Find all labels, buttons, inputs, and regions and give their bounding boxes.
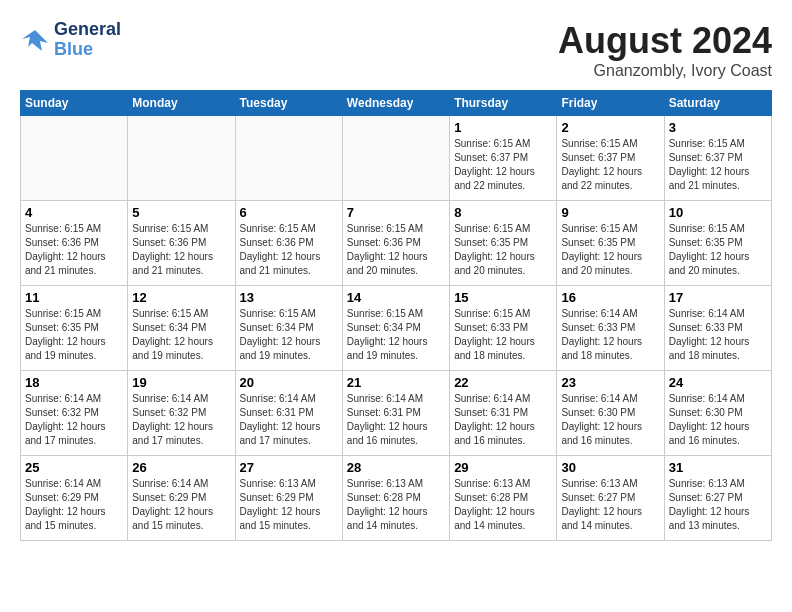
day-info: Sunrise: 6:14 AMSunset: 6:29 PMDaylight:… bbox=[132, 477, 230, 533]
day-number: 29 bbox=[454, 460, 552, 475]
calendar-cell: 3Sunrise: 6:15 AMSunset: 6:37 PMDaylight… bbox=[664, 116, 771, 201]
month-title: August 2024 bbox=[558, 20, 772, 62]
day-info: Sunrise: 6:15 AMSunset: 6:35 PMDaylight:… bbox=[454, 222, 552, 278]
calendar-cell: 18Sunrise: 6:14 AMSunset: 6:32 PMDayligh… bbox=[21, 371, 128, 456]
calendar-cell: 4Sunrise: 6:15 AMSunset: 6:36 PMDaylight… bbox=[21, 201, 128, 286]
day-info: Sunrise: 6:14 AMSunset: 6:32 PMDaylight:… bbox=[132, 392, 230, 448]
location: Gnanzombly, Ivory Coast bbox=[558, 62, 772, 80]
title-block: August 2024 Gnanzombly, Ivory Coast bbox=[558, 20, 772, 80]
calendar-cell: 2Sunrise: 6:15 AMSunset: 6:37 PMDaylight… bbox=[557, 116, 664, 201]
day-info: Sunrise: 6:15 AMSunset: 6:33 PMDaylight:… bbox=[454, 307, 552, 363]
weekday-header-tuesday: Tuesday bbox=[235, 91, 342, 116]
day-info: Sunrise: 6:15 AMSunset: 6:36 PMDaylight:… bbox=[25, 222, 123, 278]
calendar-cell: 27Sunrise: 6:13 AMSunset: 6:29 PMDayligh… bbox=[235, 456, 342, 541]
day-number: 31 bbox=[669, 460, 767, 475]
day-number: 1 bbox=[454, 120, 552, 135]
day-number: 24 bbox=[669, 375, 767, 390]
day-info: Sunrise: 6:15 AMSunset: 6:37 PMDaylight:… bbox=[669, 137, 767, 193]
day-number: 11 bbox=[25, 290, 123, 305]
calendar-cell bbox=[235, 116, 342, 201]
weekday-header-sunday: Sunday bbox=[21, 91, 128, 116]
day-number: 14 bbox=[347, 290, 445, 305]
calendar-cell: 6Sunrise: 6:15 AMSunset: 6:36 PMDaylight… bbox=[235, 201, 342, 286]
day-number: 12 bbox=[132, 290, 230, 305]
day-number: 2 bbox=[561, 120, 659, 135]
calendar-cell: 20Sunrise: 6:14 AMSunset: 6:31 PMDayligh… bbox=[235, 371, 342, 456]
day-info: Sunrise: 6:14 AMSunset: 6:32 PMDaylight:… bbox=[25, 392, 123, 448]
week-row-2: 4Sunrise: 6:15 AMSunset: 6:36 PMDaylight… bbox=[21, 201, 772, 286]
day-number: 26 bbox=[132, 460, 230, 475]
day-info: Sunrise: 6:15 AMSunset: 6:34 PMDaylight:… bbox=[240, 307, 338, 363]
day-info: Sunrise: 6:15 AMSunset: 6:34 PMDaylight:… bbox=[132, 307, 230, 363]
calendar-cell: 7Sunrise: 6:15 AMSunset: 6:36 PMDaylight… bbox=[342, 201, 449, 286]
day-info: Sunrise: 6:15 AMSunset: 6:35 PMDaylight:… bbox=[25, 307, 123, 363]
day-number: 25 bbox=[25, 460, 123, 475]
weekday-header-friday: Friday bbox=[557, 91, 664, 116]
day-info: Sunrise: 6:13 AMSunset: 6:27 PMDaylight:… bbox=[669, 477, 767, 533]
day-info: Sunrise: 6:15 AMSunset: 6:37 PMDaylight:… bbox=[454, 137, 552, 193]
day-number: 5 bbox=[132, 205, 230, 220]
calendar-cell: 29Sunrise: 6:13 AMSunset: 6:28 PMDayligh… bbox=[450, 456, 557, 541]
week-row-3: 11Sunrise: 6:15 AMSunset: 6:35 PMDayligh… bbox=[21, 286, 772, 371]
day-info: Sunrise: 6:14 AMSunset: 6:33 PMDaylight:… bbox=[561, 307, 659, 363]
weekday-header-monday: Monday bbox=[128, 91, 235, 116]
day-number: 3 bbox=[669, 120, 767, 135]
calendar-cell: 28Sunrise: 6:13 AMSunset: 6:28 PMDayligh… bbox=[342, 456, 449, 541]
day-info: Sunrise: 6:14 AMSunset: 6:30 PMDaylight:… bbox=[669, 392, 767, 448]
day-number: 21 bbox=[347, 375, 445, 390]
day-number: 10 bbox=[669, 205, 767, 220]
calendar-cell: 1Sunrise: 6:15 AMSunset: 6:37 PMDaylight… bbox=[450, 116, 557, 201]
calendar-cell: 17Sunrise: 6:14 AMSunset: 6:33 PMDayligh… bbox=[664, 286, 771, 371]
svg-marker-0 bbox=[22, 30, 48, 51]
day-number: 17 bbox=[669, 290, 767, 305]
calendar-cell: 14Sunrise: 6:15 AMSunset: 6:34 PMDayligh… bbox=[342, 286, 449, 371]
calendar-cell: 26Sunrise: 6:14 AMSunset: 6:29 PMDayligh… bbox=[128, 456, 235, 541]
calendar-cell: 12Sunrise: 6:15 AMSunset: 6:34 PMDayligh… bbox=[128, 286, 235, 371]
day-info: Sunrise: 6:14 AMSunset: 6:29 PMDaylight:… bbox=[25, 477, 123, 533]
calendar-cell: 25Sunrise: 6:14 AMSunset: 6:29 PMDayligh… bbox=[21, 456, 128, 541]
calendar-cell bbox=[128, 116, 235, 201]
week-row-1: 1Sunrise: 6:15 AMSunset: 6:37 PMDaylight… bbox=[21, 116, 772, 201]
day-info: Sunrise: 6:15 AMSunset: 6:34 PMDaylight:… bbox=[347, 307, 445, 363]
logo-icon bbox=[20, 25, 50, 55]
logo: General Blue bbox=[20, 20, 121, 60]
calendar-cell bbox=[342, 116, 449, 201]
calendar-cell: 23Sunrise: 6:14 AMSunset: 6:30 PMDayligh… bbox=[557, 371, 664, 456]
day-number: 18 bbox=[25, 375, 123, 390]
day-info: Sunrise: 6:15 AMSunset: 6:37 PMDaylight:… bbox=[561, 137, 659, 193]
day-number: 15 bbox=[454, 290, 552, 305]
calendar-cell: 19Sunrise: 6:14 AMSunset: 6:32 PMDayligh… bbox=[128, 371, 235, 456]
week-row-4: 18Sunrise: 6:14 AMSunset: 6:32 PMDayligh… bbox=[21, 371, 772, 456]
day-info: Sunrise: 6:15 AMSunset: 6:35 PMDaylight:… bbox=[561, 222, 659, 278]
day-info: Sunrise: 6:14 AMSunset: 6:33 PMDaylight:… bbox=[669, 307, 767, 363]
day-info: Sunrise: 6:14 AMSunset: 6:31 PMDaylight:… bbox=[347, 392, 445, 448]
calendar-cell bbox=[21, 116, 128, 201]
calendar-cell: 8Sunrise: 6:15 AMSunset: 6:35 PMDaylight… bbox=[450, 201, 557, 286]
calendar-cell: 10Sunrise: 6:15 AMSunset: 6:35 PMDayligh… bbox=[664, 201, 771, 286]
day-info: Sunrise: 6:15 AMSunset: 6:36 PMDaylight:… bbox=[240, 222, 338, 278]
day-number: 8 bbox=[454, 205, 552, 220]
calendar-cell: 13Sunrise: 6:15 AMSunset: 6:34 PMDayligh… bbox=[235, 286, 342, 371]
calendar-cell: 16Sunrise: 6:14 AMSunset: 6:33 PMDayligh… bbox=[557, 286, 664, 371]
day-number: 4 bbox=[25, 205, 123, 220]
day-number: 16 bbox=[561, 290, 659, 305]
page-header: General Blue August 2024 Gnanzombly, Ivo… bbox=[20, 20, 772, 80]
day-info: Sunrise: 6:14 AMSunset: 6:30 PMDaylight:… bbox=[561, 392, 659, 448]
day-info: Sunrise: 6:15 AMSunset: 6:36 PMDaylight:… bbox=[132, 222, 230, 278]
day-info: Sunrise: 6:14 AMSunset: 6:31 PMDaylight:… bbox=[454, 392, 552, 448]
day-info: Sunrise: 6:13 AMSunset: 6:27 PMDaylight:… bbox=[561, 477, 659, 533]
week-row-5: 25Sunrise: 6:14 AMSunset: 6:29 PMDayligh… bbox=[21, 456, 772, 541]
day-info: Sunrise: 6:15 AMSunset: 6:36 PMDaylight:… bbox=[347, 222, 445, 278]
weekday-header-row: SundayMondayTuesdayWednesdayThursdayFrid… bbox=[21, 91, 772, 116]
calendar-table: SundayMondayTuesdayWednesdayThursdayFrid… bbox=[20, 90, 772, 541]
calendar-cell: 9Sunrise: 6:15 AMSunset: 6:35 PMDaylight… bbox=[557, 201, 664, 286]
calendar-cell: 30Sunrise: 6:13 AMSunset: 6:27 PMDayligh… bbox=[557, 456, 664, 541]
day-number: 30 bbox=[561, 460, 659, 475]
day-number: 9 bbox=[561, 205, 659, 220]
weekday-header-thursday: Thursday bbox=[450, 91, 557, 116]
day-info: Sunrise: 6:15 AMSunset: 6:35 PMDaylight:… bbox=[669, 222, 767, 278]
calendar-cell: 24Sunrise: 6:14 AMSunset: 6:30 PMDayligh… bbox=[664, 371, 771, 456]
logo-text: General Blue bbox=[54, 20, 121, 60]
day-info: Sunrise: 6:13 AMSunset: 6:28 PMDaylight:… bbox=[454, 477, 552, 533]
day-number: 27 bbox=[240, 460, 338, 475]
